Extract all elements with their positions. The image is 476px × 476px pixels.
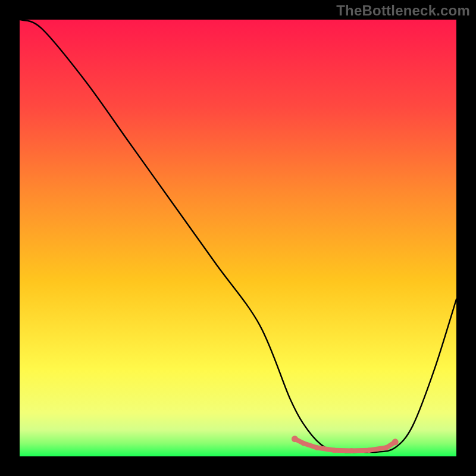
chart-svg	[20, 20, 456, 456]
optimal-range-marker	[301, 441, 306, 446]
optimal-range-marker	[314, 445, 319, 450]
optimal-range-marker	[331, 448, 336, 453]
optimal-range-marker	[384, 445, 389, 450]
optimal-range-marker	[392, 439, 399, 445]
optimal-range-connector	[317, 447, 334, 450]
bottleneck-curve-path	[20, 20, 456, 452]
optimal-range-connector	[369, 447, 386, 450]
optimal-range-marker	[367, 448, 371, 453]
watermark-text: TheBottleneck.com	[336, 2, 470, 19]
plot-area	[20, 20, 456, 456]
chart-container: TheBottleneck.com	[0, 0, 476, 476]
optimal-range-marker	[292, 436, 298, 442]
optimal-range-markers-group	[292, 436, 399, 453]
optimal-range-connector	[334, 450, 351, 451]
optimal-range-connector	[352, 450, 369, 451]
optimal-range-marker	[349, 448, 354, 453]
